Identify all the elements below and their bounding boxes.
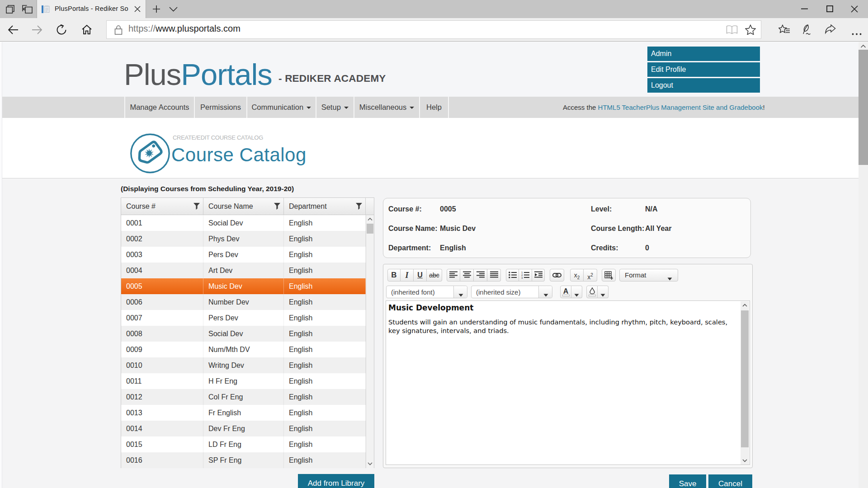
grid-scroll-up-icon[interactable] bbox=[366, 216, 374, 223]
editor-heading: Music Development bbox=[388, 303, 473, 312]
cell-course-name: Number Dev bbox=[203, 294, 284, 310]
teacherplus-gradebook-link[interactable]: HTML5 TeacherPlus Management Site and Gr… bbox=[598, 103, 763, 111]
page-scrollbar[interactable] bbox=[859, 42, 868, 488]
tab-preview-icon[interactable] bbox=[22, 5, 33, 14]
set-tabs-aside-icon[interactable] bbox=[6, 5, 14, 14]
window-maximize-icon[interactable] bbox=[826, 5, 833, 12]
course-row-selected[interactable]: 0005Music DevEnglish bbox=[121, 278, 366, 294]
url-host: www.plusportals.com bbox=[156, 23, 241, 33]
address-bar[interactable]: https://www.plusportals.com bbox=[106, 20, 761, 39]
text-color-caret-button[interactable] bbox=[571, 286, 582, 298]
editor-scroll-up-icon[interactable] bbox=[741, 301, 749, 310]
plusportals-site: PlusPortals - REDIKER ACADEMY Admin Edit… bbox=[2, 42, 859, 488]
editor-scroll-thumb[interactable] bbox=[741, 310, 749, 447]
course-row[interactable]: 0013Fr EnglishEnglish bbox=[121, 405, 366, 421]
refresh-icon[interactable] bbox=[56, 24, 67, 37]
nav-item-label: Manage Accounts bbox=[130, 103, 189, 111]
nav-item-help[interactable]: Help bbox=[419, 97, 449, 118]
cell-course-number: 0012 bbox=[121, 389, 203, 405]
edit-profile-button[interactable]: Edit Profile bbox=[647, 62, 760, 77]
save-button[interactable]: Save bbox=[669, 474, 706, 488]
cell-course-number: 0005 bbox=[121, 278, 203, 294]
link-button[interactable] bbox=[550, 269, 564, 282]
back-icon[interactable] bbox=[8, 25, 19, 37]
share-icon[interactable] bbox=[825, 24, 836, 37]
course-row[interactable]: 0006Number DevEnglish bbox=[121, 294, 366, 310]
course-row[interactable]: 0015LD Fr EngEnglish bbox=[121, 436, 366, 452]
tab-list-chevron-icon[interactable] bbox=[169, 7, 178, 12]
align-center-button[interactable] bbox=[460, 269, 474, 282]
grid-scroll-thumb[interactable] bbox=[367, 224, 373, 234]
nav-item-communication[interactable]: Communication bbox=[246, 97, 316, 118]
cell-department: English bbox=[284, 310, 366, 326]
filter-funnel-icon[interactable] bbox=[356, 203, 362, 210]
course-row[interactable]: 0016SP Fr EngEnglish bbox=[121, 452, 366, 468]
nav-item-setup[interactable]: Setup bbox=[316, 97, 354, 118]
text-color-button[interactable]: A bbox=[560, 286, 571, 298]
page-scroll-thumb[interactable] bbox=[859, 50, 868, 165]
editor-scrollbar[interactable] bbox=[741, 301, 749, 465]
tab-close-icon[interactable] bbox=[134, 6, 141, 12]
detail-label: Credits: bbox=[591, 244, 618, 252]
align-left-button[interactable] bbox=[447, 269, 460, 282]
more-options-icon[interactable] bbox=[852, 29, 862, 37]
nav-item-manage-accounts[interactable]: Manage Accounts bbox=[124, 97, 194, 118]
strikethrough-button[interactable]: abc bbox=[427, 269, 442, 282]
web-note-pen-icon[interactable] bbox=[802, 24, 814, 37]
course-row[interactable]: 0007Pers DevEnglish bbox=[121, 310, 366, 326]
format-dropdown[interactable]: Format bbox=[619, 269, 678, 282]
grid-scroll-down-icon[interactable] bbox=[366, 460, 374, 468]
column-header-course-[interactable]: Course # bbox=[121, 198, 203, 215]
italic-button[interactable]: I bbox=[401, 269, 414, 282]
underline-button[interactable]: U bbox=[414, 269, 427, 282]
background-color-button[interactable] bbox=[586, 286, 598, 298]
indent-button[interactable] bbox=[532, 269, 545, 282]
insert-table-button[interactable] bbox=[602, 269, 616, 282]
add-from-library-button[interactable]: Add from Library bbox=[298, 474, 374, 488]
reading-view-icon[interactable] bbox=[726, 25, 738, 36]
admin-button[interactable]: Admin bbox=[647, 47, 760, 61]
superscript-button[interactable]: x2 bbox=[584, 269, 597, 282]
align-right-button[interactable] bbox=[474, 269, 487, 282]
course-row[interactable]: 0012Col Fr EngEnglish bbox=[121, 389, 366, 405]
course-row[interactable]: 0001Social DevEnglish bbox=[121, 215, 366, 231]
forward-icon[interactable] bbox=[32, 25, 42, 37]
favorite-star-icon[interactable] bbox=[745, 24, 756, 37]
subscript-button[interactable]: x2 bbox=[570, 269, 584, 282]
nav-item-permissions[interactable]: Permissions bbox=[194, 97, 246, 118]
course-grid: Course #Course NameDepartment 0001Social… bbox=[121, 197, 374, 468]
school-name: - REDIKER ACADEMY bbox=[278, 73, 386, 84]
bold-button[interactable]: B bbox=[387, 269, 401, 282]
course-row[interactable]: 0002Phys DevEnglish bbox=[121, 231, 366, 247]
editor-scroll-down-icon[interactable] bbox=[741, 456, 749, 465]
editor-content[interactable]: Music Development Students will gain an … bbox=[386, 300, 750, 465]
filter-funnel-icon[interactable] bbox=[274, 203, 280, 210]
favorites-hub-icon[interactable] bbox=[778, 24, 790, 37]
column-header-course-name[interactable]: Course Name bbox=[203, 198, 284, 215]
course-row[interactable]: 0009Num/Mth DVEnglish bbox=[121, 342, 366, 357]
nav-item-miscellaneous[interactable]: Miscellaneous bbox=[354, 97, 419, 118]
cancel-button[interactable]: Cancel bbox=[708, 474, 752, 488]
kicker-text: CREATE/EDIT COURSE CATALOG bbox=[173, 134, 263, 141]
course-row[interactable]: 0014Dev Fr EngEnglish bbox=[121, 421, 366, 436]
align-justify-button[interactable] bbox=[487, 269, 501, 282]
course-row[interactable]: 0003Pers DevEnglish bbox=[121, 247, 366, 263]
course-row[interactable]: 0004Art DevEnglish bbox=[121, 263, 366, 278]
filter-funnel-icon[interactable] bbox=[193, 203, 200, 210]
logout-button[interactable]: Logout bbox=[647, 78, 760, 93]
font-size-dropdown[interactable]: (inherited size) bbox=[471, 286, 552, 298]
background-color-caret-button[interactable] bbox=[598, 286, 609, 298]
course-row[interactable]: 0008Social DevEnglish bbox=[121, 326, 366, 342]
window-minimize-icon[interactable] bbox=[801, 8, 808, 9]
browser-tab[interactable]: PlusPortals - Rediker So bbox=[37, 0, 146, 18]
numbered-list-button[interactable]: 123 bbox=[519, 269, 532, 282]
bullet-list-button[interactable] bbox=[506, 269, 519, 282]
new-tab-icon[interactable] bbox=[152, 5, 160, 13]
home-icon[interactable] bbox=[81, 24, 92, 37]
window-close-icon[interactable] bbox=[851, 5, 858, 13]
course-row[interactable]: 0011H Fr EngEnglish bbox=[121, 373, 366, 389]
column-header-department[interactable]: Department bbox=[284, 198, 366, 215]
font-family-dropdown[interactable]: (inherited font) bbox=[386, 286, 467, 298]
grid-scrollbar[interactable] bbox=[366, 215, 374, 468]
course-row[interactable]: 0010Writng DevEnglish bbox=[121, 357, 366, 373]
